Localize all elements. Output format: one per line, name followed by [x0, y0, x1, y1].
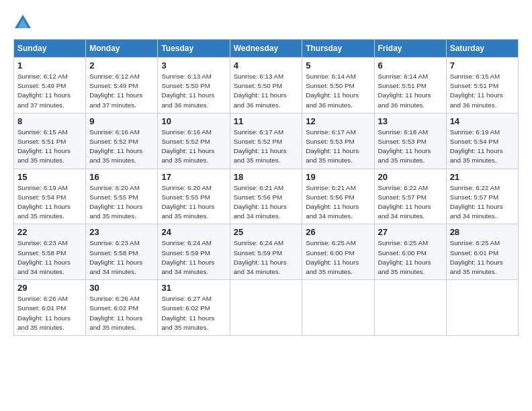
day-info: Sunrise: 6:22 AM Sunset: 5:57 PM Dayligh… [378, 183, 443, 222]
day-number: 27 [378, 227, 443, 237]
calendar-cell [302, 280, 374, 336]
calendar-cell: 7Sunrise: 6:15 AM Sunset: 5:51 PM Daylig… [446, 58, 518, 113]
days-of-week-row: SundayMondayTuesdayWednesdayThursdayFrid… [14, 40, 519, 58]
day-number: 24 [161, 227, 226, 237]
dow-header: Monday [86, 40, 158, 58]
day-number: 5 [306, 60, 370, 71]
calendar-cell: 12Sunrise: 6:17 AM Sunset: 5:53 PM Dayli… [302, 113, 374, 169]
calendar-cell: 11Sunrise: 6:17 AM Sunset: 5:52 PM Dayli… [230, 113, 302, 169]
calendar-cell [374, 280, 446, 336]
calendar-cell: 16Sunrise: 6:20 AM Sunset: 5:55 PM Dayli… [86, 169, 158, 224]
day-info: Sunrise: 6:12 AM Sunset: 5:49 PM Dayligh… [89, 72, 154, 110]
day-info: Sunrise: 6:16 AM Sunset: 5:52 PM Dayligh… [161, 128, 226, 166]
day-info: Sunrise: 6:17 AM Sunset: 5:53 PM Dayligh… [306, 128, 370, 166]
day-number: 1 [17, 60, 82, 71]
dow-header: Wednesday [230, 40, 302, 58]
day-number: 3 [161, 60, 226, 71]
day-info: Sunrise: 6:13 AM Sunset: 5:50 PM Dayligh… [234, 72, 299, 110]
calendar-cell: 30Sunrise: 6:26 AM Sunset: 6:02 PM Dayli… [86, 280, 158, 336]
day-number: 10 [161, 116, 226, 126]
calendar-cell: 13Sunrise: 6:18 AM Sunset: 5:53 PM Dayli… [374, 113, 446, 169]
day-number: 29 [17, 283, 82, 293]
calendar-cell: 10Sunrise: 6:16 AM Sunset: 5:52 PM Dayli… [158, 113, 230, 169]
day-info: Sunrise: 6:19 AM Sunset: 5:54 PM Dayligh… [450, 128, 515, 166]
day-info: Sunrise: 6:15 AM Sunset: 5:51 PM Dayligh… [450, 72, 515, 110]
calendar-cell: 9Sunrise: 6:16 AM Sunset: 5:52 PM Daylig… [86, 113, 158, 169]
day-number: 26 [306, 227, 370, 237]
calendar-cell: 31Sunrise: 6:27 AM Sunset: 6:02 PM Dayli… [158, 280, 230, 336]
day-info: Sunrise: 6:18 AM Sunset: 5:53 PM Dayligh… [378, 128, 443, 166]
day-info: Sunrise: 6:22 AM Sunset: 5:57 PM Dayligh… [450, 183, 515, 222]
day-info: Sunrise: 6:17 AM Sunset: 5:52 PM Dayligh… [234, 128, 299, 166]
calendar-week-row: 8Sunrise: 6:15 AM Sunset: 5:51 PM Daylig… [14, 113, 519, 169]
calendar-cell: 2Sunrise: 6:12 AM Sunset: 5:49 PM Daylig… [86, 58, 158, 113]
day-info: Sunrise: 6:27 AM Sunset: 6:02 PM Dayligh… [161, 294, 226, 332]
page-header [13, 13, 519, 32]
day-number: 31 [161, 283, 226, 293]
day-info: Sunrise: 6:26 AM Sunset: 6:01 PM Dayligh… [17, 294, 82, 332]
day-info: Sunrise: 6:26 AM Sunset: 6:02 PM Dayligh… [89, 294, 154, 332]
day-info: Sunrise: 6:21 AM Sunset: 5:56 PM Dayligh… [234, 183, 299, 222]
calendar-cell: 8Sunrise: 6:15 AM Sunset: 5:51 PM Daylig… [14, 113, 86, 169]
calendar-week-row: 22Sunrise: 6:23 AM Sunset: 5:58 PM Dayli… [14, 224, 519, 280]
day-number: 6 [378, 60, 443, 71]
logo-icon [13, 13, 32, 32]
day-info: Sunrise: 6:16 AM Sunset: 5:52 PM Dayligh… [89, 128, 154, 166]
calendar-cell: 3Sunrise: 6:13 AM Sunset: 5:50 PM Daylig… [158, 58, 230, 113]
calendar-cell: 25Sunrise: 6:24 AM Sunset: 5:59 PM Dayli… [230, 224, 302, 280]
logo [13, 13, 34, 32]
calendar-cell: 5Sunrise: 6:14 AM Sunset: 5:50 PM Daylig… [302, 58, 374, 113]
day-info: Sunrise: 6:14 AM Sunset: 5:50 PM Dayligh… [306, 72, 370, 110]
calendar-cell: 15Sunrise: 6:19 AM Sunset: 5:54 PM Dayli… [14, 169, 86, 224]
calendar-cell: 6Sunrise: 6:14 AM Sunset: 5:51 PM Daylig… [374, 58, 446, 113]
calendar-cell: 27Sunrise: 6:25 AM Sunset: 6:00 PM Dayli… [374, 224, 446, 280]
day-number: 28 [450, 227, 515, 237]
day-number: 9 [89, 116, 154, 126]
day-info: Sunrise: 6:23 AM Sunset: 5:58 PM Dayligh… [89, 238, 154, 277]
calendar-cell: 24Sunrise: 6:24 AM Sunset: 5:59 PM Dayli… [158, 224, 230, 280]
day-info: Sunrise: 6:13 AM Sunset: 5:50 PM Dayligh… [161, 72, 226, 110]
calendar-cell: 29Sunrise: 6:26 AM Sunset: 6:01 PM Dayli… [14, 280, 86, 336]
day-number: 2 [89, 60, 154, 71]
day-number: 17 [161, 172, 226, 182]
dow-header: Thursday [302, 40, 374, 58]
calendar-cell: 18Sunrise: 6:21 AM Sunset: 5:56 PM Dayli… [230, 169, 302, 224]
calendar-cell: 21Sunrise: 6:22 AM Sunset: 5:57 PM Dayli… [446, 169, 518, 224]
day-number: 20 [378, 172, 443, 182]
day-number: 7 [450, 60, 515, 71]
calendar-body: 1Sunrise: 6:12 AM Sunset: 5:49 PM Daylig… [14, 58, 519, 336]
calendar-week-row: 29Sunrise: 6:26 AM Sunset: 6:01 PM Dayli… [14, 280, 519, 336]
day-number: 14 [450, 116, 515, 126]
day-number: 4 [234, 60, 299, 71]
day-number: 15 [17, 172, 82, 182]
calendar-cell: 19Sunrise: 6:21 AM Sunset: 5:56 PM Dayli… [302, 169, 374, 224]
day-number: 21 [450, 172, 515, 182]
dow-header: Saturday [446, 40, 518, 58]
day-info: Sunrise: 6:24 AM Sunset: 5:59 PM Dayligh… [161, 238, 226, 277]
day-info: Sunrise: 6:12 AM Sunset: 5:49 PM Dayligh… [17, 72, 82, 110]
day-number: 12 [306, 116, 370, 126]
day-number: 23 [89, 227, 154, 237]
day-info: Sunrise: 6:24 AM Sunset: 5:59 PM Dayligh… [234, 238, 299, 277]
day-number: 25 [234, 227, 299, 237]
day-info: Sunrise: 6:14 AM Sunset: 5:51 PM Dayligh… [378, 72, 443, 110]
day-number: 16 [89, 172, 154, 182]
day-number: 13 [378, 116, 443, 126]
day-number: 18 [234, 172, 299, 182]
calendar-cell: 26Sunrise: 6:25 AM Sunset: 6:00 PM Dayli… [302, 224, 374, 280]
calendar-week-row: 1Sunrise: 6:12 AM Sunset: 5:49 PM Daylig… [14, 58, 519, 113]
calendar-cell: 1Sunrise: 6:12 AM Sunset: 5:49 PM Daylig… [14, 58, 86, 113]
dow-header: Friday [374, 40, 446, 58]
calendar-cell [230, 280, 302, 336]
dow-header: Sunday [14, 40, 86, 58]
calendar-week-row: 15Sunrise: 6:19 AM Sunset: 5:54 PM Dayli… [14, 169, 519, 224]
day-number: 30 [89, 283, 154, 293]
calendar-table: SundayMondayTuesdayWednesdayThursdayFrid… [13, 39, 519, 336]
dow-header: Tuesday [158, 40, 230, 58]
day-info: Sunrise: 6:25 AM Sunset: 6:00 PM Dayligh… [378, 238, 443, 277]
day-info: Sunrise: 6:19 AM Sunset: 5:54 PM Dayligh… [17, 183, 82, 222]
calendar-cell: 4Sunrise: 6:13 AM Sunset: 5:50 PM Daylig… [230, 58, 302, 113]
day-info: Sunrise: 6:21 AM Sunset: 5:56 PM Dayligh… [306, 183, 370, 222]
calendar-cell: 22Sunrise: 6:23 AM Sunset: 5:58 PM Dayli… [14, 224, 86, 280]
day-number: 8 [17, 116, 82, 126]
